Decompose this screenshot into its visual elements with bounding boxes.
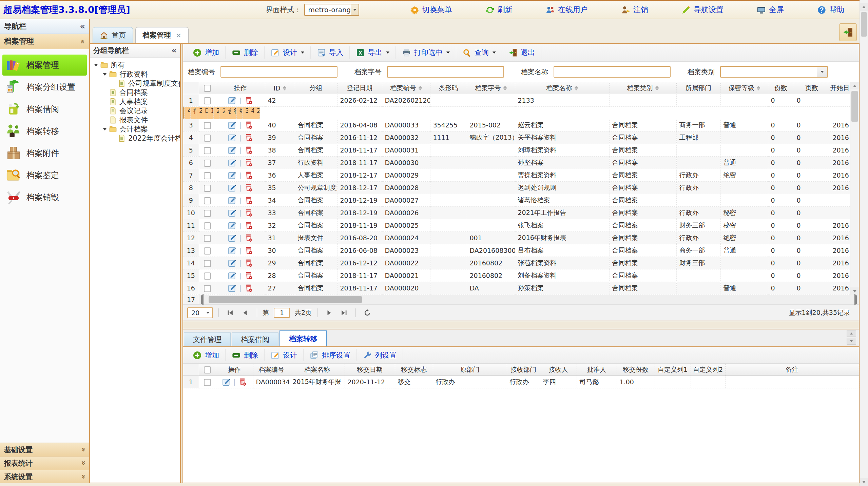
column-header[interactable]: 登记日期 (337, 82, 382, 94)
delete-icon[interactable] (244, 158, 253, 167)
delete-icon[interactable] (244, 208, 253, 218)
row-checkbox[interactable] (204, 172, 211, 179)
row-checkbox[interactable] (204, 185, 211, 192)
edit-icon[interactable] (228, 96, 237, 105)
vertical-scrollbar-thumb[interactable] (851, 91, 858, 122)
row-checkbox[interactable] (204, 122, 211, 129)
column-header[interactable]: 移交日期 (345, 364, 395, 376)
delete-icon[interactable] (244, 246, 253, 255)
tree-node-company-rules-file[interactable]: 公司规章制度文件 (90, 79, 180, 88)
bottom-tab-file-management[interactable]: 文件管理 (184, 332, 231, 346)
delete-icon[interactable] (244, 171, 253, 180)
column-header[interactable]: 移交份数 (617, 364, 655, 376)
scroll-right-icon[interactable] (854, 296, 857, 304)
delete-icon[interactable] (244, 96, 253, 105)
edit-icon[interactable] (228, 121, 237, 130)
topbar-item-nav-settings[interactable]: 导航设置 (681, 5, 724, 15)
export-button[interactable]: 导出 (350, 46, 396, 59)
edit-icon[interactable] (228, 208, 237, 218)
column-header[interactable]: 分组 (295, 82, 337, 94)
tree-expander-icon[interactable] (93, 64, 99, 66)
collapse-left-icon[interactable]: « (171, 46, 177, 55)
column-header[interactable]: ID (265, 82, 295, 94)
column-header[interactable]: 档案字号 (467, 82, 515, 94)
column-header[interactable]: 档案编号 (253, 364, 290, 376)
column-header[interactable]: 页数 (794, 82, 830, 94)
reload-button[interactable] (363, 309, 371, 317)
tree-expander-icon[interactable] (101, 128, 108, 130)
sidebar-section-archive-management[interactable]: 档案管理 « (0, 34, 89, 49)
search-input-archive-code[interactable] (220, 66, 337, 78)
delete-icon[interactable] (244, 284, 253, 293)
column-header[interactable]: 保密等级 (720, 82, 768, 94)
row-checkbox[interactable] (204, 235, 211, 242)
select-all-checkbox[interactable] (204, 85, 211, 92)
edit-icon[interactable] (228, 171, 237, 180)
table-row[interactable]: 11|32合同档案2018-11-19DA000025张飞档案合同档案财务三部秘… (183, 219, 850, 232)
query-button[interactable]: 查询 (456, 46, 502, 59)
sidebar-section-report-statistics[interactable]: 报表统计« (0, 456, 89, 470)
search-input-archive-name[interactable] (554, 66, 671, 78)
row-checkbox[interactable] (204, 147, 211, 154)
page-number-input[interactable] (274, 308, 290, 318)
column-header[interactable]: 自定义列1 (655, 364, 691, 376)
tree-node-contract-archive[interactable]: 合同档案 (90, 88, 180, 97)
page-scrollbar-thumb[interactable] (861, 12, 867, 37)
delete-icon[interactable] (244, 133, 253, 142)
column-header[interactable]: 原部门 (433, 364, 507, 376)
column-header[interactable]: 接收部门 (507, 364, 540, 376)
edit-icon[interactable] (228, 146, 237, 155)
row-checkbox[interactable] (204, 160, 211, 167)
sidebar-item-archive-transfer[interactable]: 档案转移 (2, 121, 87, 142)
row-checkbox[interactable] (204, 135, 211, 142)
table-row[interactable]: 3|40合同档案2016-04-08DA0000333542552015-002… (183, 119, 850, 131)
column-header[interactable]: 操作 (216, 82, 265, 94)
column-header[interactable]: 操作 (216, 364, 253, 376)
scroll-up-icon[interactable] (850, 82, 859, 89)
exit-button[interactable]: 退出 (502, 46, 541, 59)
sidebar-item-archive-borrow[interactable]: 档案借阅 (2, 99, 87, 120)
tree-node-all[interactable]: 所有 (90, 60, 180, 69)
search-input-archive-docno[interactable] (387, 66, 504, 78)
delete-icon[interactable] (244, 271, 253, 280)
table-row[interactable]: 15|28合同档案2018-11-17DA00002120160802刘备档案资… (183, 269, 850, 282)
prev-page-button[interactable] (241, 309, 249, 317)
scroll-left-icon[interactable] (201, 296, 204, 304)
column-header[interactable]: 开始日 (830, 82, 850, 94)
add-button[interactable]: 增加 (187, 46, 226, 59)
delete-icon[interactable] (244, 146, 253, 155)
select-all-checkbox[interactable] (204, 366, 211, 373)
edit-icon[interactable] (228, 183, 237, 193)
design-button[interactable]: 设计 (265, 46, 311, 59)
page-size-select[interactable]: 20 (187, 307, 213, 318)
next-page-button[interactable] (325, 309, 333, 317)
edit-icon[interactable] (228, 196, 237, 205)
bottom-tab-archive-borrow[interactable]: 档案借阅 (232, 332, 278, 346)
table-row[interactable]: 8|35公司规章制度文件2018-12-17DA000028迟到处罚规则合同档案… (183, 182, 850, 194)
tabs-scroll-up-icon[interactable] (847, 330, 856, 337)
edit-icon[interactable] (228, 246, 237, 255)
column-header[interactable]: 自定义列2 (691, 364, 725, 376)
edit-icon[interactable] (228, 221, 237, 230)
row-checkbox[interactable] (204, 197, 211, 204)
edit-icon[interactable] (228, 158, 237, 167)
scroll-up-icon[interactable] (860, 3, 868, 11)
edit-icon[interactable] (228, 284, 237, 293)
row-checkbox[interactable] (204, 260, 211, 267)
row-checkbox[interactable] (204, 285, 211, 292)
delete-icon[interactable] (244, 196, 253, 205)
table-row[interactable]: 16|27合同档案2018-11-17DA000020DA孙策档案合同档案普通0… (183, 282, 850, 295)
scroll-down-icon[interactable] (860, 478, 868, 486)
column-header[interactable]: 档案编号 (382, 82, 430, 94)
tree-expander-icon[interactable] (101, 73, 108, 76)
column-header[interactable]: 所属部门 (676, 82, 720, 94)
column-header[interactable]: 档案类别 (609, 82, 676, 94)
column-header[interactable]: 档案名称 (515, 82, 609, 94)
tree-node-accounting-2022[interactable]: 2022年度会计档案 (90, 134, 180, 143)
table-row[interactable]: 12|31报表文件2016-08-20DA0000240012016年财务报表合… (183, 232, 850, 244)
tree-node-administrative-data[interactable]: 行政资料 (90, 69, 180, 79)
sidebar-item-archive-appraisal[interactable]: 档案鉴定 (2, 165, 87, 186)
delete-icon[interactable] (238, 378, 247, 387)
tab-close-icon[interactable]: × (176, 31, 181, 39)
column-header[interactable]: 备注 (725, 364, 859, 376)
